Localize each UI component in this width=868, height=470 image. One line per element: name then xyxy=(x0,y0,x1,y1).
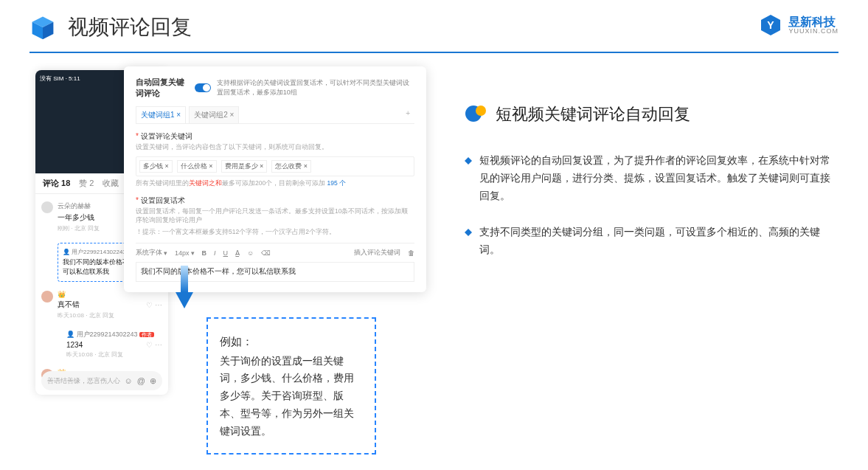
at-icon[interactable]: @ xyxy=(137,376,145,386)
comment-meta: 昨天10:08 · 北京 回复 xyxy=(66,349,162,359)
underline-icon[interactable]: U xyxy=(223,249,229,257)
emoji-icon[interactable]: ☺ xyxy=(247,249,254,257)
heart-icon[interactable]: ♡ ⋯ xyxy=(146,341,162,349)
cube-icon xyxy=(29,14,56,41)
svg-marker-9 xyxy=(465,157,472,165)
section-title: 短视频关键词评论自动回复 xyxy=(496,103,690,125)
svg-text:Y: Y xyxy=(768,19,775,31)
bold-icon[interactable]: B xyxy=(202,249,207,257)
svg-marker-6 xyxy=(176,292,193,308)
keyword-tag[interactable]: 什么价格 × xyxy=(177,160,217,173)
comment-input[interactable]: 善语结善缘，恶言伤人心 ☺ @ ⊕ xyxy=(41,371,162,390)
italic-icon[interactable]: I xyxy=(214,249,216,257)
tab-likes[interactable]: 赞 2 xyxy=(79,178,94,189)
clear-icon[interactable]: ⌫ xyxy=(261,249,271,257)
keyword-tag[interactable]: 多少钱 × xyxy=(139,160,173,173)
comment-text: 1234 xyxy=(66,341,83,349)
panel-title: 自动回复关键词评论 xyxy=(136,77,189,99)
section-reply-desc: 设置回复话术，每回复一个用户评论只发送一条话术。最多支持设置10条不同话术，按添… xyxy=(136,207,414,225)
page-title: 视频评论回复 xyxy=(68,13,192,41)
chat-bubble-icon xyxy=(465,103,487,125)
font-select[interactable]: 系统字体 ▾ xyxy=(136,248,167,258)
keyword-input[interactable]: 多少钱 × 什么价格 × 费用是多少 × 怎么收费 × xyxy=(136,156,414,176)
feature-bullet: 支持不同类型的关键词分组，同一类问题，可设置多个相近的、高频的关键词。 xyxy=(465,224,833,259)
keyword-count-hint: 所有关键词组里的关键词之和最多可添加200个，目前剩余可添加 195 个 xyxy=(136,179,414,188)
size-select[interactable]: 14px ▾ xyxy=(175,249,195,257)
keyword-tag[interactable]: 怎么收费 × xyxy=(271,160,311,173)
delete-icon[interactable]: 🗑 xyxy=(408,249,414,257)
example-title: 例如： xyxy=(220,332,363,351)
comment-username: 用户2299214302243 xyxy=(77,331,138,338)
tab-fav[interactable]: 收藏 xyxy=(103,178,119,189)
section-keywords-desc: 设置关键词，当评论内容包含了以下关键词，则系统可自动回复。 xyxy=(136,143,414,152)
tab-comments[interactable]: 评论 18 xyxy=(43,178,70,189)
color-icon[interactable]: A̲ xyxy=(235,249,240,257)
comment-placeholder: 善语结善缘，恶言伤人心 xyxy=(47,376,120,386)
author-badge: 作者 xyxy=(139,332,154,337)
panel-desc: 支持根据评论的关键词设置回复话术，可以针对不同类型关键词设置回复话术，最多添加1… xyxy=(217,78,414,97)
comment-meta: 昨天10:08 · 北京 回复 xyxy=(58,310,162,319)
plus-icon[interactable]: ⊕ xyxy=(150,376,156,386)
add-group-button[interactable]: + xyxy=(401,106,414,123)
logo-url: YUUXIN.COM xyxy=(788,28,839,35)
diamond-bullet-icon xyxy=(465,229,472,236)
diamond-bullet-icon xyxy=(465,157,472,165)
brand-logo: Y 昱新科技 YUUXIN.COM xyxy=(759,13,839,37)
comment-text: 真不错 xyxy=(58,300,80,310)
arrow-down-icon xyxy=(173,266,196,310)
example-body: 关于询价的设置成一组关键词，多少钱、什么价格，费用多少等。关于咨询班型、版本、型… xyxy=(220,353,363,440)
keyword-tag[interactable]: 费用是多少 × xyxy=(221,160,268,173)
example-callout: 例如： 关于询价的设置成一组关键词，多少钱、什么价格，费用多少等。关于咨询班型、… xyxy=(206,317,376,455)
heart-icon[interactable]: ♡ ⋯ xyxy=(146,301,162,309)
reply-user-icon: 👤 xyxy=(63,249,70,255)
comment-item: 👤 用户2299214302243作者 1234 ♡ ⋯ 昨天10:08 · 北… xyxy=(41,325,162,364)
feature-bullet: 短视频评论的自动回复设置，为了提升作者的评论回复效率，在系统中针对常见的评论用户… xyxy=(465,152,833,204)
reply-username: 用户2299214302243 xyxy=(72,248,126,256)
keyword-group-tab-2[interactable]: 关键词组2 × xyxy=(189,106,239,123)
bullet-text: 短视频评论的自动回复设置，为了提升作者的评论回复效率，在系统中针对常见的评论用户… xyxy=(479,152,833,204)
insert-keyword-button[interactable]: 插入评论关键词 xyxy=(354,248,400,258)
section-keywords-label: 设置评论关键词 xyxy=(136,131,414,142)
section-reply-label: 设置回复话术 xyxy=(136,196,414,206)
svg-rect-5 xyxy=(181,266,188,292)
svg-marker-10 xyxy=(465,229,472,236)
bullet-text: 支持不同类型的关键词分组，同一类问题，可设置多个相近的、高频的关键词。 xyxy=(479,224,833,259)
reply-user-icon: 👤 xyxy=(66,331,74,338)
avatar xyxy=(41,291,53,303)
avatar xyxy=(41,201,53,213)
logo-name: 昱新科技 xyxy=(788,16,839,28)
svg-point-8 xyxy=(476,106,486,116)
char-limit-tip: ！提示：一个富文本框最多支持512个字符，一个汉字占用2个字符。 xyxy=(136,228,414,237)
logo-hex-icon: Y xyxy=(759,13,782,37)
settings-panel: 自动回复关键词评论 支持根据评论的关键词设置回复话术，可以针对不同类型关键词设置… xyxy=(124,66,426,292)
auto-reply-toggle[interactable] xyxy=(195,83,211,92)
emoji-icon[interactable]: ☺ xyxy=(125,376,133,386)
header-divider xyxy=(29,52,839,53)
keyword-group-tab-1[interactable]: 关键词组1 × xyxy=(136,106,186,123)
editor-toolbar: 系统字体 ▾ 14px ▾ B I U A̲ ☺ ⌫ 插入评论关键词 🗑 xyxy=(136,243,414,258)
